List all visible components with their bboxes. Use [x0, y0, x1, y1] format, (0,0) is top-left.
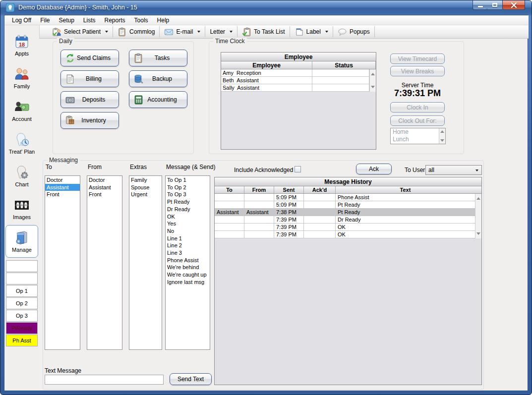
- ack-button[interactable]: Ack: [356, 164, 392, 174]
- message-send-listbox[interactable]: To Op 1To Op 2To Op 3Pt ReadyDr ReadyOKY…: [165, 175, 210, 350]
- menu-item-file[interactable]: File: [36, 16, 54, 25]
- send-text-button[interactable]: Send Text: [170, 373, 212, 385]
- clock-out-options-list[interactable]: HomeLunch: [390, 128, 446, 144]
- svg-text:18: 18: [19, 42, 25, 48]
- list-item-line-3[interactable]: Line 3: [166, 249, 210, 257]
- toolbar-to-task-list-label: To Task List: [254, 28, 285, 35]
- sidebar-module-family[interactable]: Family: [5, 61, 38, 94]
- room-cell-op-1[interactable]: Op 1: [6, 285, 38, 297]
- room-cell-op-3[interactable]: Op 3: [6, 310, 38, 322]
- menu-item-reports[interactable]: Reports: [100, 16, 130, 25]
- toolbar-letter-button[interactable]: Letter: [205, 26, 237, 38]
- list-item-to-op-2[interactable]: To Op 2: [166, 184, 210, 191]
- sidebar-module-appts[interactable]: 18Appts: [5, 29, 38, 61]
- history-scrollbar[interactable]: [475, 194, 481, 238]
- list-item-doctor[interactable]: Doctor: [87, 176, 122, 184]
- deposits-button[interactable]: Deposits: [60, 91, 119, 108]
- menu-item-setup[interactable]: Setup: [54, 16, 78, 25]
- history-cell: OK: [336, 231, 475, 238]
- list-item-spouse[interactable]: Spouse: [129, 184, 162, 191]
- menu-item-help[interactable]: Help: [153, 16, 174, 25]
- toolbar-popups-button[interactable]: Popups: [333, 26, 374, 38]
- history-cell: [304, 231, 336, 238]
- list-item-ok[interactable]: OK: [166, 213, 210, 221]
- list-item-urgent[interactable]: Urgent: [129, 191, 162, 198]
- list-item-yes[interactable]: Yes: [166, 220, 210, 227]
- scroll-up-icon[interactable]: [440, 130, 444, 133]
- extras-listbox[interactable]: FamilySpouseUrgent: [129, 175, 162, 350]
- toolbar-e-mail-button[interactable]: E-mail: [160, 26, 205, 38]
- scroll-down-icon[interactable]: [476, 232, 480, 235]
- room-cell-blank[interactable]: [6, 273, 38, 284]
- text-message-input[interactable]: [45, 375, 164, 385]
- room-cell-ptready[interactable]: PtReady: [6, 322, 38, 334]
- room-cell-ph-asst[interactable]: Ph Asst: [6, 335, 38, 346]
- history-row[interactable]: 5:09 PMPt Ready: [215, 201, 481, 209]
- menu-item-lists[interactable]: Lists: [79, 16, 100, 25]
- scroll-up-icon[interactable]: [371, 73, 375, 75]
- send-claims-button[interactable]: Send Claims: [60, 50, 119, 66]
- list-item-front[interactable]: Front: [45, 191, 80, 198]
- toolbar-label-button[interactable]: Label: [290, 26, 333, 38]
- sidebar-module-images[interactable]: Images: [5, 192, 38, 225]
- history-row[interactable]: 7:39 PMOK: [215, 231, 481, 238]
- billing-button[interactable]: Billing: [60, 70, 119, 87]
- sidebar-module-account[interactable]: Account: [5, 94, 38, 127]
- toolbar-to-task-list-button[interactable]: To Task List: [237, 26, 289, 38]
- list-item-pt-ready[interactable]: Pt Ready: [166, 198, 210, 206]
- history-row[interactable]: 7:39 PMOK: [215, 224, 481, 231]
- menu-item-log-off[interactable]: Log Off: [7, 16, 36, 25]
- tasks-button[interactable]: Tasks: [129, 50, 187, 66]
- history-row[interactable]: 7:39 PMDr Ready: [215, 216, 481, 224]
- list-item-assistant[interactable]: Assistant: [45, 184, 80, 191]
- list-item-to-op-3[interactable]: To Op 3: [166, 191, 210, 198]
- scroll-down-icon[interactable]: [440, 139, 444, 142]
- room-cell-op-2[interactable]: Op 2: [6, 297, 38, 309]
- history-cell: [304, 194, 336, 201]
- minimize-button[interactable]: [473, 0, 487, 10]
- list-item-front[interactable]: Front: [87, 191, 122, 198]
- toolbar-commlog-button[interactable]: Commlog: [113, 26, 159, 38]
- toolbar-select-patient-button[interactable]: Select Patient: [48, 26, 113, 38]
- history-row[interactable]: AssistantAssistant7:38 PMPt Ready: [215, 209, 481, 216]
- sidebar-module-chart[interactable]: Chart: [5, 160, 38, 192]
- list-item-line-1[interactable]: Line 1: [166, 235, 210, 242]
- list-item-line-2[interactable]: Line 2: [166, 242, 210, 249]
- app-window: Demo Database {Admin} - Smith, John - 15…: [0, 0, 532, 395]
- accounting-button[interactable]: Accounting: [129, 91, 187, 108]
- list-item-ignore-last-msg[interactable]: Ignore last msg: [166, 279, 210, 286]
- sidebar-module-manage[interactable]: Manage: [5, 225, 38, 258]
- menu-item-tools[interactable]: Tools: [130, 16, 153, 25]
- list-item-we-re-caught-up[interactable]: We're caught up: [166, 271, 210, 279]
- inventory-button[interactable]: Inventory: [60, 112, 119, 129]
- room-cell-blank[interactable]: [6, 260, 38, 272]
- text-message-label: Text Message: [45, 367, 81, 374]
- employee-row[interactable]: Beth Assistant: [221, 77, 376, 84]
- close-button[interactable]: [502, 0, 525, 10]
- history-cell: [215, 201, 244, 208]
- employee-scrollbar[interactable]: [369, 69, 376, 92]
- clock-out-option-lunch[interactable]: Lunch: [391, 136, 445, 143]
- from-listbox[interactable]: DoctorAssistantFront: [87, 175, 122, 350]
- list-item-assistant[interactable]: Assistant: [87, 184, 122, 191]
- list-item-we-re-behind[interactable]: We're behind: [166, 264, 210, 271]
- list-item-no[interactable]: No: [166, 227, 210, 235]
- clock-out-scrollbar[interactable]: [439, 128, 445, 144]
- scroll-up-icon[interactable]: [476, 197, 480, 200]
- list-item-doctor[interactable]: Doctor: [45, 176, 80, 184]
- employee-row[interactable]: Amy Reception: [221, 69, 376, 77]
- to-listbox[interactable]: DoctorAssistantFront: [45, 175, 80, 350]
- to-user-dropdown[interactable]: all: [425, 165, 482, 175]
- scroll-down-icon[interactable]: [371, 86, 375, 88]
- list-item-to-op-1[interactable]: To Op 1: [166, 176, 210, 184]
- include-acknowledged-checkbox[interactable]: [295, 166, 301, 172]
- list-item-phone-assist[interactable]: Phone Assist: [166, 257, 210, 264]
- maximize-button[interactable]: [487, 0, 502, 10]
- employee-row[interactable]: Sally Assistant: [221, 84, 376, 92]
- history-row[interactable]: 5:09 PMPhone Assist: [215, 194, 481, 201]
- sidebar-module-treat-plan[interactable]: Treat' Plan: [5, 127, 38, 160]
- clock-out-option-home[interactable]: Home: [391, 128, 445, 136]
- list-item-family[interactable]: Family: [129, 176, 162, 184]
- list-item-dr-ready[interactable]: Dr Ready: [166, 206, 210, 213]
- backup-button[interactable]: Backup: [129, 70, 187, 87]
